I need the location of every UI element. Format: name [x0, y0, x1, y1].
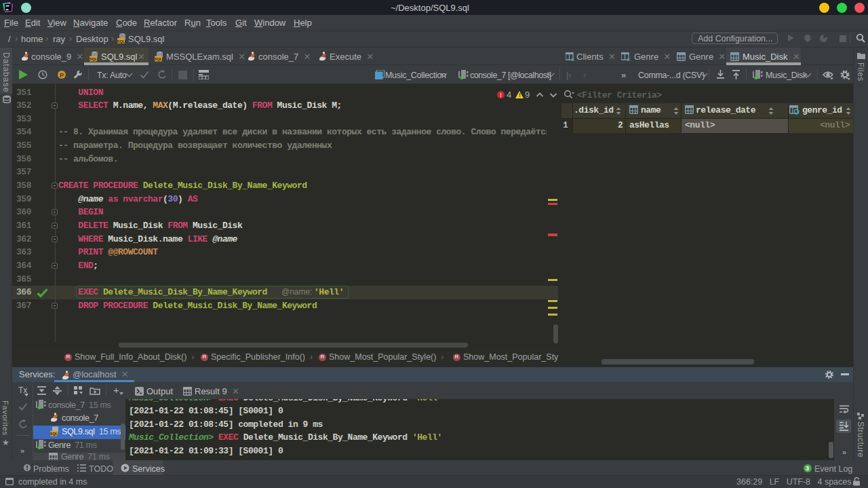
svg-text:SQL: SQL [155, 57, 163, 61]
svg-text:P: P [60, 72, 64, 79]
svg-text:SQL: SQL [90, 57, 98, 61]
svg-text:x: x [572, 57, 574, 61]
svg-text:SQL: SQL [117, 39, 125, 43]
svg-text:SQL: SQL [50, 432, 58, 436]
svg-text:x: x [627, 57, 630, 61]
